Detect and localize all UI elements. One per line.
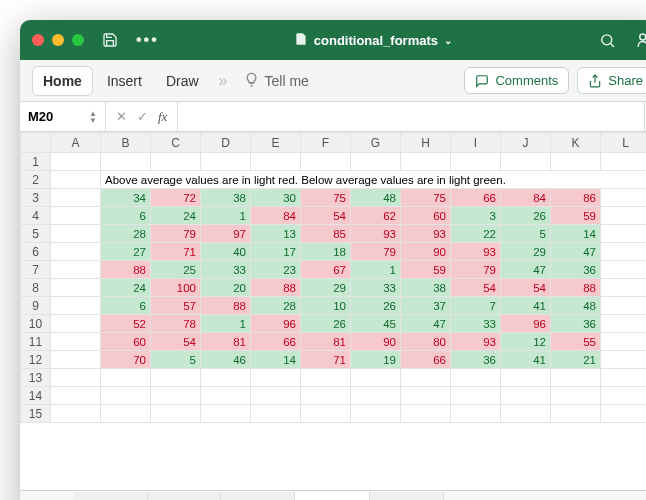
data-cell[interactable]: 36: [451, 351, 501, 369]
column-header[interactable]: F: [301, 133, 351, 153]
column-header[interactable]: A: [51, 133, 101, 153]
column-header[interactable]: H: [401, 133, 451, 153]
data-cell[interactable]: 14: [551, 225, 601, 243]
data-cell[interactable]: 93: [451, 333, 501, 351]
data-cell[interactable]: 75: [301, 189, 351, 207]
data-cell[interactable]: 24: [151, 207, 201, 225]
data-cell[interactable]: 25: [151, 261, 201, 279]
row-header[interactable]: 12: [21, 351, 51, 369]
row-header[interactable]: 14: [21, 387, 51, 405]
cell[interactable]: [351, 369, 401, 387]
data-cell[interactable]: 59: [401, 261, 451, 279]
fx-icon[interactable]: fx: [158, 109, 167, 125]
row-header[interactable]: 10: [21, 315, 51, 333]
cell[interactable]: [251, 369, 301, 387]
data-cell[interactable]: 46: [201, 351, 251, 369]
data-cell[interactable]: 84: [501, 189, 551, 207]
data-cell[interactable]: 55: [551, 333, 601, 351]
accept-formula-icon[interactable]: ✓: [137, 109, 148, 124]
cell[interactable]: [501, 369, 551, 387]
data-cell[interactable]: 66: [401, 351, 451, 369]
data-cell[interactable]: 5: [501, 225, 551, 243]
row-header[interactable]: 1: [21, 153, 51, 171]
row-header[interactable]: 4: [21, 207, 51, 225]
cell[interactable]: [51, 387, 101, 405]
row-header[interactable]: 8: [21, 279, 51, 297]
row-header[interactable]: 6: [21, 243, 51, 261]
data-cell[interactable]: 19: [351, 351, 401, 369]
data-cell[interactable]: 79: [351, 243, 401, 261]
cell[interactable]: [601, 189, 647, 207]
data-cell[interactable]: 93: [451, 243, 501, 261]
data-cell[interactable]: 66: [251, 333, 301, 351]
data-cell[interactable]: 1: [351, 261, 401, 279]
row-header[interactable]: 5: [21, 225, 51, 243]
data-cell[interactable]: 54: [151, 333, 201, 351]
cell[interactable]: [601, 225, 647, 243]
data-cell[interactable]: 93: [401, 225, 451, 243]
data-cell[interactable]: 38: [201, 189, 251, 207]
cell[interactable]: [401, 153, 451, 171]
data-cell[interactable]: 36: [551, 315, 601, 333]
sheet-tab[interactable]: Sheet3: [221, 492, 295, 500]
comments-button[interactable]: Comments: [464, 67, 569, 94]
cell[interactable]: [601, 243, 647, 261]
data-cell[interactable]: 33: [201, 261, 251, 279]
sheet-tab[interactable]: Sheet1: [74, 492, 148, 500]
cell[interactable]: [301, 405, 351, 423]
data-cell[interactable]: 1: [201, 315, 251, 333]
data-cell[interactable]: 13: [251, 225, 301, 243]
data-cell[interactable]: 71: [301, 351, 351, 369]
data-cell[interactable]: 97: [201, 225, 251, 243]
data-cell[interactable]: 78: [151, 315, 201, 333]
cell[interactable]: [201, 387, 251, 405]
cell[interactable]: [351, 153, 401, 171]
data-cell[interactable]: 6: [101, 297, 151, 315]
window-close-button[interactable]: [32, 34, 44, 46]
cell[interactable]: [151, 369, 201, 387]
data-cell[interactable]: 10: [301, 297, 351, 315]
data-cell[interactable]: 79: [151, 225, 201, 243]
cell[interactable]: [51, 279, 101, 297]
data-cell[interactable]: 27: [101, 243, 151, 261]
cell[interactable]: [151, 153, 201, 171]
row-header[interactable]: 2: [21, 171, 51, 189]
data-cell[interactable]: 96: [251, 315, 301, 333]
cell[interactable]: [401, 405, 451, 423]
data-cell[interactable]: 7: [451, 297, 501, 315]
data-cell[interactable]: 48: [551, 297, 601, 315]
data-cell[interactable]: 60: [401, 207, 451, 225]
data-cell[interactable]: 60: [101, 333, 151, 351]
column-header[interactable]: L: [601, 133, 647, 153]
cell[interactable]: [551, 405, 601, 423]
data-cell[interactable]: 6: [101, 207, 151, 225]
cell[interactable]: [51, 351, 101, 369]
cell[interactable]: [351, 405, 401, 423]
data-cell[interactable]: 86: [551, 189, 601, 207]
add-sheet-button[interactable]: +: [631, 497, 640, 501]
cell[interactable]: [601, 405, 647, 423]
data-cell[interactable]: 14: [251, 351, 301, 369]
cell[interactable]: [251, 405, 301, 423]
column-header[interactable]: C: [151, 133, 201, 153]
data-cell[interactable]: 30: [251, 189, 301, 207]
data-cell[interactable]: 96: [501, 315, 551, 333]
data-cell[interactable]: 26: [301, 315, 351, 333]
cell[interactable]: [101, 405, 151, 423]
cell[interactable]: [51, 243, 101, 261]
name-box-stepper[interactable]: ▲▼: [89, 110, 97, 124]
cancel-formula-icon[interactable]: ✕: [116, 109, 127, 124]
data-cell[interactable]: 88: [551, 279, 601, 297]
cell[interactable]: [601, 315, 647, 333]
formula-bar[interactable]: [178, 102, 644, 131]
cell[interactable]: [101, 387, 151, 405]
data-cell[interactable]: 57: [151, 297, 201, 315]
column-header[interactable]: J: [501, 133, 551, 153]
row-header[interactable]: 15: [21, 405, 51, 423]
data-cell[interactable]: 75: [401, 189, 451, 207]
row-header[interactable]: 7: [21, 261, 51, 279]
data-cell[interactable]: 88: [251, 279, 301, 297]
row-header[interactable]: 11: [21, 333, 51, 351]
data-cell[interactable]: 90: [401, 243, 451, 261]
cell[interactable]: [551, 153, 601, 171]
